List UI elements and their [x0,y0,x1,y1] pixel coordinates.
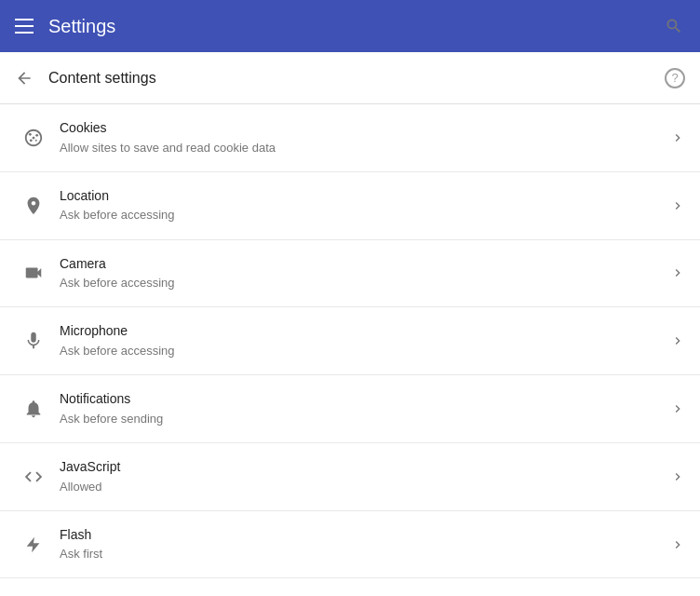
flash-subtitle: Ask first [60,546,670,562]
settings-item-flash[interactable]: Flash Ask first [0,511,700,579]
notifications-title: Notifications [60,390,670,409]
cookies-subtitle: Allow sites to save and read cookie data [60,140,670,156]
settings-item-camera[interactable]: Camera Ask before accessing [0,240,700,308]
javascript-icon [15,467,52,487]
settings-item-microphone[interactable]: Microphone Ask before accessing [0,307,700,375]
microphone-chevron-icon [670,333,685,348]
cookies-icon [15,128,52,148]
svg-point-3 [30,139,33,142]
header-left: Settings [15,16,115,37]
settings-item-cookies[interactable]: Cookies Allow sites to save and read coo… [0,104,700,172]
help-label: ? [671,71,678,85]
microphone-title: Microphone [60,322,670,341]
subheader-left: Content settings [15,69,156,88]
help-icon[interactable]: ? [665,68,685,88]
location-title: Location [60,187,670,206]
cookies-title: Cookies [60,119,670,138]
app-title: Settings [48,16,115,37]
notifications-chevron-icon [670,401,685,416]
camera-chevron-icon [670,265,685,280]
location-icon [15,196,52,216]
search-icon[interactable] [663,15,685,37]
subheader: Content settings ? [0,52,700,104]
microphone-text: Microphone Ask before accessing [52,322,670,359]
location-chevron-icon [670,198,685,213]
settings-list: Cookies Allow sites to save and read coo… [0,104,700,578]
camera-subtitle: Ask before accessing [60,275,670,291]
svg-point-2 [35,134,38,137]
flash-chevron-icon [670,537,685,552]
cookies-text: Cookies Allow sites to save and read coo… [52,119,670,156]
camera-icon [15,263,52,283]
location-subtitle: Ask before accessing [60,207,670,224]
microphone-icon [15,331,52,351]
flash-title: Flash [60,526,670,545]
subheader-title: Content settings [48,70,156,87]
svg-point-0 [29,133,32,136]
settings-item-javascript[interactable]: JavaScript Allowed [0,443,700,511]
location-text: Location Ask before accessing [52,187,670,224]
javascript-title: JavaScript [60,458,670,477]
flash-icon [15,535,52,555]
javascript-text: JavaScript Allowed [52,458,670,495]
javascript-chevron-icon [670,469,685,484]
microphone-subtitle: Ask before accessing [60,343,670,359]
svg-point-4 [35,140,37,142]
hamburger-menu-icon[interactable] [15,19,34,34]
svg-point-1 [33,137,35,140]
notifications-text: Notifications Ask before sending [52,390,670,427]
settings-item-location[interactable]: Location Ask before accessing [0,172,700,240]
cookies-chevron-icon [670,130,685,145]
app-header: Settings [0,0,700,52]
camera-title: Camera [60,255,670,274]
notifications-icon [15,399,52,419]
camera-text: Camera Ask before accessing [52,255,670,292]
settings-item-notifications[interactable]: Notifications Ask before sending [0,375,700,443]
javascript-subtitle: Allowed [60,479,670,495]
back-button[interactable] [15,69,34,88]
notifications-subtitle: Ask before sending [60,411,670,427]
flash-text: Flash Ask first [52,526,670,563]
